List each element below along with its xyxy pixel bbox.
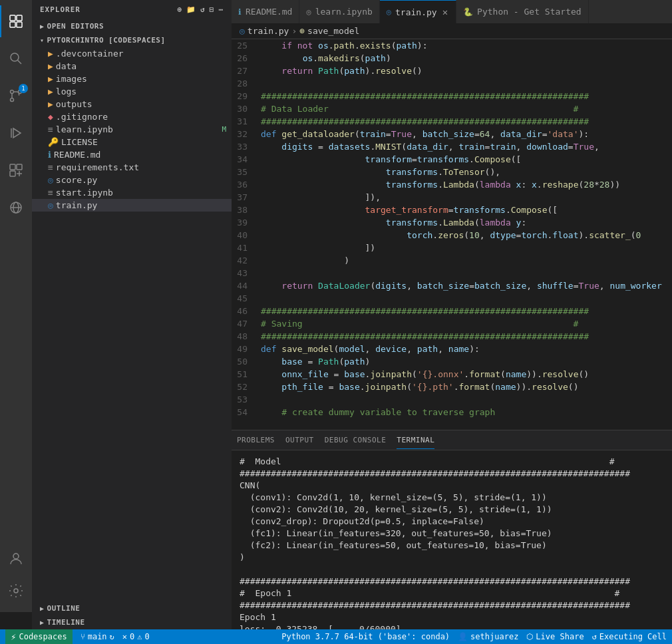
executing-label: Executing Cell xyxy=(599,632,667,641)
tree-item-label: LICENSE xyxy=(61,137,98,147)
tab-debug-console[interactable]: DEBUG CONSOLE xyxy=(325,432,387,448)
remote-icon: ⚡ xyxy=(11,631,16,642)
outline-label: OUTLINE xyxy=(47,604,81,613)
train-tab-icon: ◎ xyxy=(387,7,391,17)
code-line-35: 35 transforms.ToTensor(), xyxy=(232,166,672,178)
refresh-icon[interactable]: ↺ xyxy=(200,5,206,14)
accounts-icon[interactable] xyxy=(0,543,32,575)
open-editors-section[interactable]: ▶ OPEN EDITORS xyxy=(32,19,232,33)
readme-tab-icon: ℹ xyxy=(238,7,242,17)
tree-item-label: .devcontainer xyxy=(56,49,124,59)
branch-status[interactable]: ⑂ main ↻ xyxy=(81,632,114,641)
terminal-line-5: (conv2): Conv2d(10, 20, kernel_size=(5, … xyxy=(240,504,664,516)
folder-icon: ▶ xyxy=(48,61,53,71)
python-version-status[interactable]: Python 3.7.7 64-bit ('base': conda) xyxy=(281,632,450,641)
tab-readme[interactable]: ℹ README.md xyxy=(232,0,299,23)
code-line-45: 45 xyxy=(232,292,672,305)
tree-item-learn-ipynb[interactable]: ≡ learn.ipynb M xyxy=(32,123,232,136)
svg-rect-0 xyxy=(10,15,15,21)
tree-item-score[interactable]: ◎ score.py xyxy=(32,174,232,186)
tree-item-gitignore[interactable]: ◆ .gitignore xyxy=(32,110,232,123)
folder-icon: ▶ xyxy=(48,99,53,109)
user-status[interactable]: 👤 sethjuarez xyxy=(458,632,518,641)
text-icon: ≡ xyxy=(48,162,53,172)
tab-python-started[interactable]: 🐍 Python - Get Started xyxy=(456,0,589,23)
python-file-icon: ◎ xyxy=(240,26,245,36)
tab-output[interactable]: OUTPUT xyxy=(285,432,314,448)
folder-icon: ▶ xyxy=(48,74,53,84)
code-line-33: 33 digits = datasets.MNIST(data_dir, tra… xyxy=(232,140,672,153)
project-section[interactable]: ▾ PYTORCHINTRO [CODESPACES] xyxy=(32,33,232,47)
svg-point-6 xyxy=(11,90,14,94)
svg-line-5 xyxy=(18,61,22,65)
status-bar: ⚡ Codespaces ⑂ main ↻ ✕ 0 ⚠ 0 Python 3.7… xyxy=(0,629,672,644)
terminal-content[interactable]: # Model # ##############################… xyxy=(232,450,672,629)
code-line-48: 48 #####################################… xyxy=(232,330,672,343)
code-line-42: 42 ) xyxy=(232,254,672,267)
python-tab-icon: 🐍 xyxy=(463,7,473,17)
error-count: 0 xyxy=(130,632,134,641)
new-folder-icon[interactable]: 📁 xyxy=(186,5,196,14)
tree-item-license[interactable]: 🔑 LICENSE xyxy=(32,136,232,148)
errors-status[interactable]: ✕ 0 ⚠ 0 xyxy=(122,632,150,641)
terminal-line-9: ) xyxy=(240,552,664,564)
extensions-icon[interactable] xyxy=(0,154,32,186)
tab-problems[interactable]: PROBLEMS xyxy=(237,432,275,448)
timeline-section[interactable]: ▶ TIMELINE xyxy=(32,615,232,629)
tab-readme-label: README.md xyxy=(246,7,292,17)
tree-item-logs[interactable]: ▶ logs xyxy=(32,85,232,98)
collapse-all-icon[interactable]: ⊟ xyxy=(210,5,215,14)
code-line-37: 37 ]), xyxy=(232,191,672,204)
tree-item-outputs[interactable]: ▶ outputs xyxy=(32,98,232,110)
code-editor[interactable]: 25 if not os.path.exists(path): 26 os.ma… xyxy=(232,39,672,430)
tab-terminal[interactable]: TERMINAL xyxy=(397,432,434,449)
tree-item-train[interactable]: ◎ train.py xyxy=(32,199,232,212)
timeline-chevron: ▶ xyxy=(40,619,45,626)
open-editors-chevron: ▶ xyxy=(40,23,45,30)
executing-status[interactable]: ↺ Executing Cell xyxy=(592,632,667,641)
notebook-icon: ≡ xyxy=(48,188,53,198)
outline-section[interactable]: ▶ OUTLINE xyxy=(32,601,232,615)
settings-icon[interactable] xyxy=(0,575,32,607)
explorer-icon[interactable] xyxy=(0,5,32,37)
terminal-line-8: (fc2): Linear(in_features=50, out_featur… xyxy=(240,540,664,552)
breadcrumb-file[interactable]: train.py xyxy=(248,26,289,36)
code-line-50: 50 base = Path(path) xyxy=(232,355,672,368)
sidebar-title: Explorer xyxy=(40,5,81,14)
tree-item-readme[interactable]: ℹ README.md xyxy=(32,148,232,161)
svg-marker-9 xyxy=(13,128,21,138)
sync-icon: ↻ xyxy=(110,632,114,641)
terminal-line-6: (conv2_drop): Dropout2d(p=0.5, inplace=F… xyxy=(240,516,664,528)
live-share-label: Live Share xyxy=(536,632,584,641)
tree-item-label: README.md xyxy=(54,150,100,160)
svg-rect-12 xyxy=(17,164,22,170)
terminal-line-12: # Epoch 1 # xyxy=(240,587,664,599)
tree-item-images[interactable]: ▶ images xyxy=(32,73,232,85)
python-version-label: Python 3.7.7 64-bit ('base': conda) xyxy=(281,632,450,641)
remote-badge[interactable]: ⚡ Codespaces xyxy=(5,629,73,644)
tree-item-start[interactable]: ≡ start.ipynb xyxy=(32,186,232,199)
run-debug-icon[interactable] xyxy=(0,117,32,149)
branch-icon: ⑂ xyxy=(81,632,85,641)
svg-point-4 xyxy=(11,53,19,61)
search-icon[interactable] xyxy=(0,43,32,75)
source-control-icon[interactable]: 1 xyxy=(0,80,32,112)
tab-learn[interactable]: ◎ learn.ipynb xyxy=(299,0,379,23)
svg-point-8 xyxy=(11,98,14,102)
breadcrumb-icon: ⊕ xyxy=(299,26,305,36)
breadcrumb-symbol[interactable]: save_model xyxy=(307,26,359,36)
code-line-28: 28 xyxy=(232,77,672,90)
tab-train[interactable]: ◎ train.py ✕ xyxy=(380,0,456,23)
more-options-icon[interactable]: ⋯ xyxy=(218,5,224,14)
code-line-47: 47 # Saving # xyxy=(232,317,672,330)
tree-item-data[interactable]: ▶ data xyxy=(32,60,232,73)
tree-item-devcontainer[interactable]: ▶ .devcontainer xyxy=(32,47,232,60)
live-share-status[interactable]: ⬡ Live Share xyxy=(526,632,584,641)
remote-explorer-icon[interactable] xyxy=(0,192,32,224)
panel-area: PROBLEMS OUTPUT DEBUG CONSOLE TERMINAL #… xyxy=(232,430,672,629)
tab-train-close[interactable]: ✕ xyxy=(441,7,449,17)
new-file-icon[interactable]: ⊕ xyxy=(178,5,183,14)
tree-item-label: score.py xyxy=(56,175,98,185)
svg-point-17 xyxy=(13,554,19,559)
tree-item-requirements[interactable]: ≡ requirements.txt xyxy=(32,161,232,174)
